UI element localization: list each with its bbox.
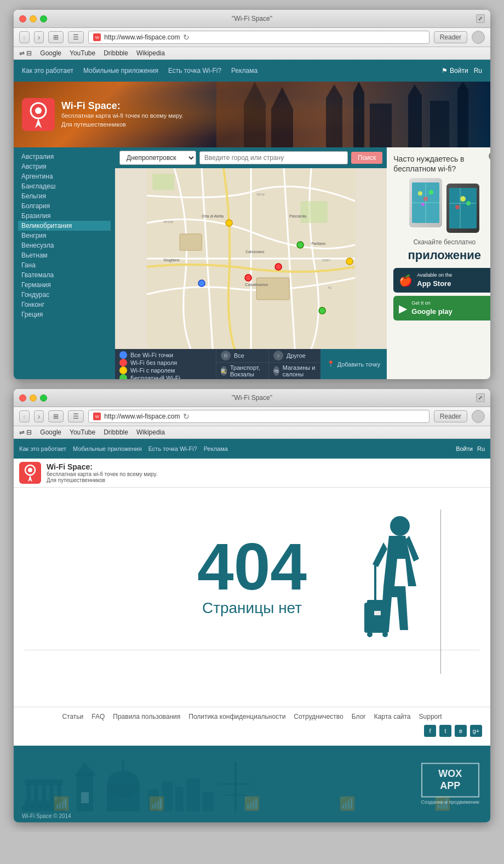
footer-privacy[interactable]: Политика конфиденциальности bbox=[188, 713, 285, 720]
country-item-8[interactable]: Венгрия bbox=[18, 231, 111, 241]
back-button-2[interactable]: ‹ bbox=[19, 410, 30, 422]
appstore-button[interactable]: 🍎 Available on the App Store bbox=[393, 268, 490, 293]
nav2-adv[interactable]: Реклама bbox=[204, 445, 228, 452]
user-avatar-1[interactable] bbox=[472, 31, 485, 44]
wifi-icons-row: 📶 📶 📶 📶 📶 bbox=[14, 796, 490, 811]
cat-shops[interactable]: 🛍 Магазины и салоны bbox=[269, 363, 320, 379]
bookmarks-button-1[interactable]: ⊞ bbox=[48, 31, 64, 43]
country-item-3[interactable]: Бангладеш bbox=[18, 181, 111, 191]
country-item-12[interactable]: Гватемала bbox=[18, 270, 111, 280]
legend-all: Все Wi-Fi точки bbox=[119, 351, 211, 359]
resize-button-2[interactable]: ⤢ bbox=[476, 393, 485, 402]
cat-all[interactable]: ⊙ Все bbox=[216, 349, 268, 362]
bookmark-google-2[interactable]: Google bbox=[40, 428, 61, 436]
resize-button-1[interactable]: ⤢ bbox=[476, 14, 485, 23]
map-area[interactable]: Casalnuovo Mugnano Giugliano Pantano Cal… bbox=[115, 168, 387, 349]
reader-view-button-2[interactable]: ☰ bbox=[68, 410, 84, 422]
svg-text:A1: A1 bbox=[328, 286, 332, 289]
svg-rect-20 bbox=[256, 278, 289, 300]
footer-support[interactable]: Support bbox=[419, 713, 442, 720]
add-point-button[interactable]: 📍 Добавить точку bbox=[320, 349, 387, 379]
nav2-wifi[interactable]: Есть точка Wi-Fi? bbox=[148, 445, 197, 452]
country-item-10[interactable]: Вьетнам bbox=[18, 250, 111, 260]
minimize-button-2[interactable] bbox=[30, 394, 37, 402]
forward-button-2[interactable]: › bbox=[34, 410, 44, 422]
svg-point-56 bbox=[390, 516, 410, 536]
bookmark-dribbble-2[interactable]: Dribbble bbox=[104, 428, 128, 436]
login-button[interactable]: ⚑ Войти bbox=[442, 67, 468, 75]
country-item-2[interactable]: Аргентина bbox=[18, 171, 111, 181]
bookmark-youtube-2[interactable]: YouTube bbox=[70, 428, 95, 436]
add-point-icon: 📍 bbox=[327, 361, 335, 368]
social-twitter[interactable]: t bbox=[439, 725, 451, 737]
footer-partnership[interactable]: Сотрудничество bbox=[294, 713, 343, 720]
maximize-button[interactable] bbox=[40, 15, 47, 22]
footer-terms[interactable]: Правила пользования bbox=[113, 713, 180, 720]
svg-text:SP19: SP19 bbox=[256, 193, 265, 196]
window-title-2: "Wi-Fi Space" bbox=[232, 394, 272, 402]
minimize-button[interactable] bbox=[30, 15, 37, 22]
lang-button-2[interactable]: Ru bbox=[477, 445, 485, 452]
site-nav: Как это работает Мобильные приложения Ес… bbox=[22, 67, 442, 75]
cat-other[interactable]: ○ Другое bbox=[269, 349, 320, 362]
reload-button-1[interactable]: ↻ bbox=[183, 33, 190, 42]
address-bar-1[interactable]: W http://www.wi-fispace.com ↻ bbox=[88, 31, 429, 44]
country-item-4[interactable]: Бельгия bbox=[18, 191, 111, 201]
nav-how-it-works[interactable]: Как это работает bbox=[22, 67, 73, 75]
reader-view-button-1[interactable]: ☰ bbox=[68, 31, 84, 43]
country-item-15[interactable]: Гонконг bbox=[18, 300, 111, 310]
url-text-1: http://www.wi-fispace.com bbox=[104, 33, 180, 41]
footer-social: f t в g+ bbox=[22, 725, 482, 737]
login-button-2[interactable]: Войти bbox=[456, 445, 473, 452]
country-item-0[interactable]: Австралия bbox=[18, 152, 111, 162]
address-bar-2[interactable]: W http://www.wi-fispace.com ↻ bbox=[88, 410, 429, 423]
language-button[interactable]: Ru bbox=[474, 67, 482, 75]
footer-blog[interactable]: Блог bbox=[352, 713, 366, 720]
country-item-16[interactable]: Греция bbox=[18, 310, 111, 319]
country-item-9[interactable]: Венесуэла bbox=[18, 241, 111, 250]
bookmarks-button-2[interactable]: ⊞ bbox=[48, 410, 64, 422]
bookmark-wikipedia-2[interactable]: Wikipedia bbox=[136, 428, 165, 436]
close-button-2[interactable] bbox=[19, 394, 26, 402]
nav-wifi-point[interactable]: Есть точка Wi-Fi? bbox=[168, 67, 221, 75]
nav-mobile-apps[interactable]: Мобильные приложения bbox=[83, 67, 158, 75]
svg-point-40 bbox=[198, 280, 205, 287]
country-item-7[interactable]: Великобритания bbox=[18, 221, 111, 231]
reader-button-1[interactable]: Reader bbox=[434, 31, 467, 43]
googleplay-button[interactable]: ▶ Get It on Google play bbox=[393, 296, 490, 321]
country-item-14[interactable]: Гондурас bbox=[18, 290, 111, 300]
cat-transport[interactable]: 🚉 Транспорт, Вокзалы bbox=[216, 363, 268, 379]
back-button-1[interactable]: ‹ bbox=[19, 31, 30, 43]
country-item-5[interactable]: Болгария bbox=[18, 201, 111, 211]
footer-faq[interactable]: FAQ bbox=[91, 713, 105, 720]
reader-button-2[interactable]: Reader bbox=[434, 410, 467, 422]
ad-subtitle: Скачайте бесплатно bbox=[393, 238, 490, 246]
bookmark-google-1[interactable]: Google bbox=[40, 49, 61, 57]
user-avatar-2[interactable] bbox=[472, 410, 485, 423]
nav2-mobile[interactable]: Мобильные приложения bbox=[73, 445, 142, 452]
country-item-6[interactable]: Бразилия bbox=[18, 211, 111, 221]
reload-button-2[interactable]: ↻ bbox=[183, 412, 190, 421]
forward-button-1[interactable]: › bbox=[34, 31, 44, 43]
phone-ios-screen bbox=[412, 182, 439, 223]
nav2-how[interactable]: Как это работает bbox=[19, 445, 66, 452]
social-facebook[interactable]: f bbox=[424, 725, 436, 737]
bookmark-wikipedia-1[interactable]: Wikipedia bbox=[136, 49, 165, 57]
social-vk[interactable]: в bbox=[455, 725, 467, 737]
footer-articles[interactable]: Статьи bbox=[62, 713, 83, 720]
bookmark-youtube-1[interactable]: YouTube bbox=[70, 49, 95, 57]
country-item-11[interactable]: Гана bbox=[18, 260, 111, 270]
city-select[interactable]: Днепропетровск bbox=[119, 151, 196, 165]
browser-window-2: "Wi-Fi Space" ⤢ ‹ › ⊞ ☰ W http://www.wi-… bbox=[14, 389, 490, 822]
search-button[interactable]: Поиск bbox=[351, 152, 382, 164]
close-button[interactable] bbox=[19, 15, 26, 22]
footer-logo-box: WOX APP bbox=[421, 763, 479, 797]
country-item-13[interactable]: Германия bbox=[18, 280, 111, 290]
social-google-plus[interactable]: g+ bbox=[470, 725, 482, 737]
footer-sitemap[interactable]: Карта сайта bbox=[374, 713, 411, 720]
maximize-button-2[interactable] bbox=[40, 394, 47, 402]
country-item-1[interactable]: Австрия bbox=[18, 162, 111, 171]
city-search-input[interactable] bbox=[199, 151, 348, 164]
bookmark-dribbble-1[interactable]: Dribbble bbox=[104, 49, 128, 57]
nav-advertising[interactable]: Реклама bbox=[231, 67, 257, 75]
